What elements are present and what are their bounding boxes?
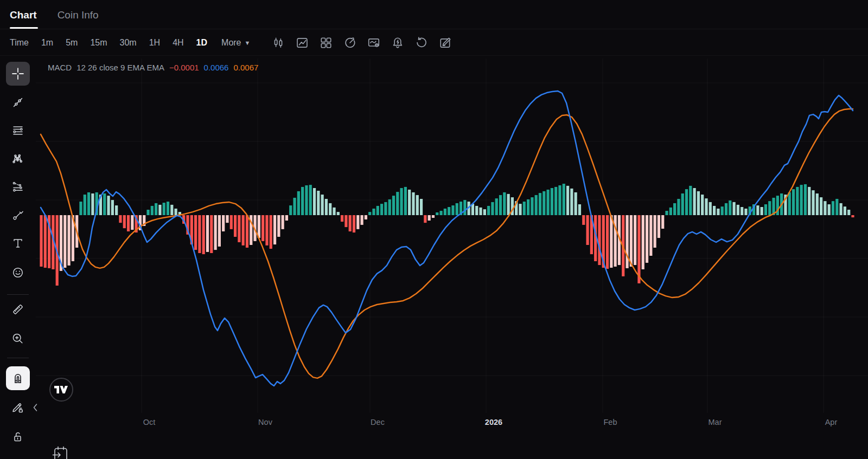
macd-histogram-bar — [495, 198, 498, 215]
timeframe-time[interactable]: Time — [10, 38, 29, 48]
time-axis-label[interactable]: Dec — [371, 418, 385, 426]
macd-histogram-bar — [277, 215, 280, 237]
macd-histogram-bar — [475, 206, 478, 215]
layout-grid-button[interactable] — [318, 35, 334, 50]
timeframe-4h[interactable]: 4H — [173, 38, 183, 48]
macd-histogram-bar — [198, 215, 201, 253]
projection-tool[interactable] — [11, 180, 24, 193]
macd-histogram-bar — [444, 209, 446, 215]
trendline-tool[interactable] — [11, 96, 24, 109]
emoji-tool[interactable] — [11, 266, 24, 279]
time-axis-label[interactable]: 2026 — [485, 418, 502, 426]
lock-all-tool[interactable] — [11, 430, 24, 443]
macd-histogram-bar — [380, 204, 383, 215]
macd-histogram-bar — [566, 186, 569, 215]
more-label: More — [221, 38, 241, 48]
macd-histogram-bar — [392, 196, 395, 215]
macd-histogram-bar — [535, 195, 538, 215]
macd-histogram-bar — [463, 200, 466, 215]
macd-histogram-bar — [649, 215, 652, 256]
refresh-button[interactable] — [414, 35, 429, 50]
macd-histogram-bar — [721, 206, 724, 215]
crosshair-tool[interactable] — [6, 62, 30, 86]
more-timeframes-button[interactable]: More ▼ — [221, 38, 250, 48]
chevron-down-icon: ▼ — [245, 40, 251, 46]
macd-histogram-bar — [626, 215, 628, 268]
xabcd-icon — [11, 152, 24, 165]
alert-bell-button[interactable] — [390, 35, 405, 50]
time-axis-label[interactable]: Feb — [604, 418, 617, 426]
tab-coin-info[interactable]: Coin Info — [58, 9, 99, 29]
macd-histogram-bar — [654, 215, 656, 248]
candles-button[interactable] — [271, 35, 286, 50]
macd-histogram-bar — [333, 208, 335, 215]
macd-histogram-bar — [820, 197, 822, 215]
macd-histogram-bar — [551, 188, 553, 215]
zoom-in-tool[interactable] — [11, 332, 24, 345]
macd-histogram-bar — [725, 203, 727, 215]
timeframe-30m[interactable]: 30m — [120, 38, 137, 48]
indicator-name[interactable]: MACD — [48, 63, 72, 72]
macd-histogram-bar — [531, 197, 533, 215]
macd-line — [41, 91, 853, 386]
time-axis-label[interactable]: Nov — [258, 418, 273, 426]
calendar-arrow-icon — [52, 445, 69, 459]
macd-histogram-bar — [103, 193, 106, 215]
line-chart-button[interactable] — [295, 35, 310, 50]
macd-histogram-bar — [242, 215, 245, 245]
time-axis-label[interactable]: Mar — [709, 418, 722, 426]
macd-histogram-bar — [400, 188, 403, 215]
macd-histogram-bar — [325, 199, 328, 215]
timeframe-5m[interactable]: 5m — [66, 38, 78, 48]
alert-bell-icon — [391, 36, 404, 49]
macd-histogram-bar — [63, 215, 66, 268]
macd-histogram-bar — [491, 202, 494, 215]
macd-histogram-bar — [428, 215, 431, 221]
timeframe-15m[interactable]: 15m — [90, 38, 107, 48]
tab-chart[interactable]: Chart — [10, 9, 37, 29]
timeframe-1m[interactable]: 1m — [41, 38, 53, 48]
time-axis-label[interactable]: Oct — [143, 418, 156, 426]
edit-button[interactable] — [438, 35, 453, 50]
timeframe-1h[interactable]: 1H — [149, 38, 160, 48]
indicator-params: 12 26 close 9 EMA EMA — [76, 63, 164, 72]
macd-histogram-bar — [693, 188, 695, 215]
macd-histogram-bar — [305, 185, 308, 215]
macd-histogram-bar — [558, 185, 561, 215]
magnet-tool[interactable] — [6, 366, 30, 390]
tradingview-logo[interactable] — [49, 378, 73, 402]
macd-histogram-bar — [507, 194, 510, 215]
ruler-tool[interactable] — [11, 303, 24, 316]
macd-histogram-bar — [713, 206, 716, 215]
magnet-icon — [11, 371, 25, 385]
line-chart-icon — [296, 36, 309, 49]
trading-app: OctNovDec2026FebMarApr MACD 12 26 close … — [0, 0, 868, 459]
indicator-signal-value: 0.0067 — [233, 63, 258, 72]
macd-histogram-bar — [732, 202, 735, 215]
macd-histogram-bar — [456, 203, 458, 215]
time-axis-label[interactable]: Apr — [825, 418, 838, 426]
macd-histogram-bar — [697, 191, 700, 215]
macd-histogram-bar — [661, 215, 664, 229]
macd-histogram-bar — [293, 198, 296, 215]
drawing-lock-tool[interactable] — [11, 401, 24, 414]
xabcd-pattern-tool[interactable] — [11, 152, 24, 165]
goto-date-button[interactable] — [52, 445, 69, 459]
sidebar-collapse-button[interactable] — [32, 403, 39, 412]
fib-retracement-tool[interactable] — [11, 124, 24, 137]
macd-histogram-bar — [689, 186, 692, 215]
macd-histogram-bar — [637, 215, 640, 283]
gauge-button[interactable] — [342, 35, 358, 50]
macd-histogram-bar — [761, 207, 763, 215]
macd-histogram-bar — [658, 215, 660, 238]
macd-histogram-bar — [575, 192, 577, 215]
macd-histogram-bar — [163, 203, 165, 215]
text-tool[interactable] — [11, 237, 24, 250]
macd-histogram-bar — [131, 215, 133, 230]
macd-histogram-bar — [151, 206, 154, 215]
macd-histogram-bar — [285, 215, 288, 221]
brush-tool[interactable] — [11, 209, 24, 222]
layout-grid-icon — [320, 36, 333, 49]
timeframe-1d[interactable]: 1D — [196, 38, 207, 48]
chart-settings-button[interactable] — [366, 35, 381, 50]
